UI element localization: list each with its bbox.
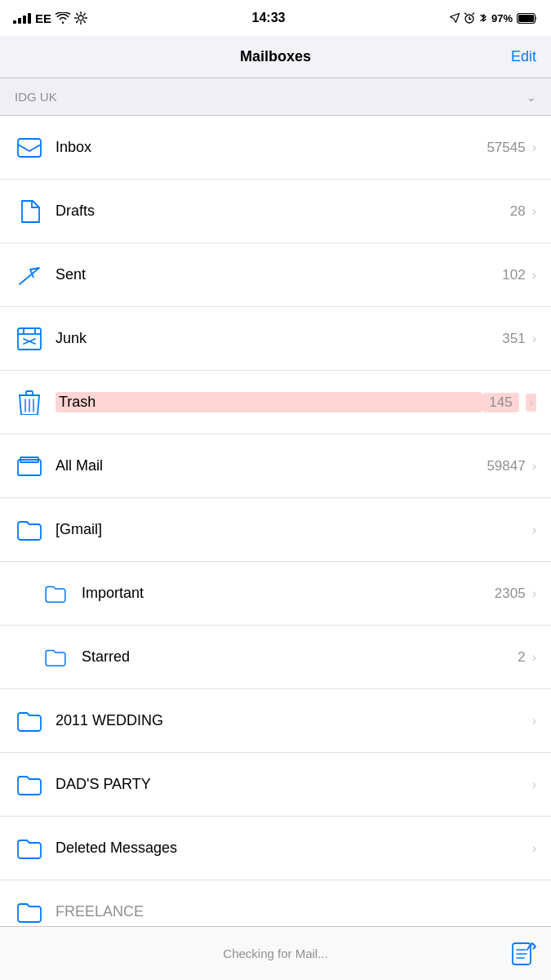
junk-icon bbox=[15, 324, 44, 354]
compose-button[interactable] bbox=[512, 942, 536, 965]
status-right: 97% bbox=[450, 12, 538, 24]
svg-line-6 bbox=[84, 21, 86, 23]
mailbox-label: Sent bbox=[56, 266, 502, 283]
mailbox-item-inbox[interactable]: Inbox 57545 › bbox=[0, 116, 551, 180]
drafts-icon bbox=[15, 197, 44, 226]
folder-icon bbox=[15, 898, 44, 927]
svg-point-0 bbox=[78, 16, 83, 20]
mailbox-item-allmail[interactable]: All Mail 59847 › bbox=[0, 434, 551, 498]
folder-icon bbox=[41, 643, 70, 672]
status-bar: EE 14:33 bbox=[0, 0, 551, 36]
mailbox-count: 351 bbox=[502, 331, 525, 347]
mailbox-list: Inbox 57545 › Drafts 28 › Sent 102 › bbox=[0, 116, 551, 944]
mailbox-count: 2305 bbox=[495, 586, 526, 602]
nav-title: Mailboxes bbox=[240, 48, 311, 65]
mailbox-label: Drafts bbox=[56, 203, 510, 220]
allmail-icon bbox=[15, 452, 44, 481]
mailbox-item-important[interactable]: Important 2305 › bbox=[0, 562, 551, 626]
svg-line-13 bbox=[473, 13, 474, 15]
folder-icon bbox=[15, 706, 44, 736]
mailbox-label: Starred bbox=[82, 648, 518, 666]
trash-icon bbox=[15, 388, 44, 417]
mailbox-item-junk[interactable]: Junk 351 › bbox=[0, 307, 551, 371]
mailbox-chevron-icon: › bbox=[526, 394, 536, 412]
bluetooth-icon bbox=[479, 12, 487, 24]
mailbox-chevron-icon: › bbox=[532, 523, 536, 537]
svg-line-17 bbox=[20, 268, 39, 284]
nav-bar: Mailboxes Edit bbox=[0, 36, 551, 78]
mailbox-chevron-icon: › bbox=[532, 841, 536, 856]
edit-button[interactable]: Edit bbox=[511, 48, 536, 65]
mailbox-count: 28 bbox=[510, 203, 526, 220]
mailbox-chevron-icon: › bbox=[532, 777, 536, 792]
mailbox-label: Important bbox=[82, 585, 495, 602]
folder-icon bbox=[15, 834, 44, 863]
svg-rect-15 bbox=[518, 15, 534, 22]
status-left: EE bbox=[13, 11, 87, 25]
svg-line-12 bbox=[464, 13, 466, 15]
account-name: IDG UK bbox=[15, 90, 57, 104]
mailbox-chevron-icon: › bbox=[532, 268, 536, 283]
mailbox-label: Inbox bbox=[56, 139, 487, 156]
mailbox-chevron-icon: › bbox=[532, 332, 536, 346]
signal-bars bbox=[13, 13, 31, 24]
mailbox-label: Deleted Messages bbox=[56, 840, 532, 857]
mailbox-chevron-icon: › bbox=[532, 714, 536, 728]
folder-icon bbox=[41, 579, 70, 608]
svg-line-5 bbox=[77, 14, 78, 16]
mailbox-item-trash[interactable]: Trash 145 › bbox=[0, 371, 551, 434]
mailbox-label: [Gmail] bbox=[56, 521, 532, 538]
checking-status: Checking for Mail... bbox=[223, 947, 327, 960]
svg-rect-18 bbox=[18, 328, 41, 350]
account-header[interactable]: IDG UK ⌄ bbox=[0, 78, 551, 116]
battery-percent: 97% bbox=[491, 12, 513, 24]
location-icon bbox=[450, 13, 460, 23]
battery-icon bbox=[517, 13, 538, 24]
sent-icon bbox=[15, 261, 44, 290]
mailbox-item-sent[interactable]: Sent 102 › bbox=[0, 243, 551, 307]
svg-line-8 bbox=[77, 21, 78, 23]
mailbox-label: All Mail bbox=[56, 457, 487, 474]
svg-line-7 bbox=[84, 14, 86, 16]
folder-icon bbox=[15, 515, 44, 545]
mailbox-chevron-icon: › bbox=[532, 204, 536, 219]
mailbox-item-starred[interactable]: Starred 2 › bbox=[0, 626, 551, 689]
folder-icon bbox=[15, 770, 44, 800]
mailbox-item-dadsparty[interactable]: DAD'S PARTY › bbox=[0, 753, 551, 817]
mailbox-chevron-icon: › bbox=[532, 586, 536, 601]
mailbox-count: 102 bbox=[502, 267, 525, 283]
mailbox-chevron-icon: › bbox=[532, 459, 536, 474]
svg-line-32 bbox=[527, 946, 530, 950]
account-chevron-icon: ⌄ bbox=[527, 91, 536, 104]
mailbox-item-wedding[interactable]: 2011 WEDDING › bbox=[0, 689, 551, 753]
mailbox-count: 57545 bbox=[487, 140, 525, 156]
mailbox-label: 2011 WEDDING bbox=[56, 712, 532, 729]
mailbox-count: 2 bbox=[518, 649, 525, 666]
mailbox-label: Trash bbox=[56, 392, 482, 412]
inbox-icon bbox=[15, 133, 44, 163]
alarm-icon bbox=[464, 12, 475, 24]
mailbox-item-deleted[interactable]: Deleted Messages › bbox=[0, 817, 551, 880]
mailbox-label: Junk bbox=[56, 330, 502, 347]
svg-rect-25 bbox=[26, 391, 33, 395]
mailbox-count: 145 bbox=[482, 393, 518, 412]
mailbox-chevron-icon: › bbox=[532, 140, 536, 155]
status-time: 14:33 bbox=[252, 11, 286, 25]
svg-rect-16 bbox=[18, 139, 41, 157]
mailbox-chevron-icon: › bbox=[532, 650, 536, 665]
bottom-bar: Checking for Mail... bbox=[0, 926, 551, 980]
carrier-label: EE bbox=[35, 11, 51, 25]
mailbox-item-gmail[interactable]: [Gmail] › bbox=[0, 498, 551, 562]
wifi-icon bbox=[56, 12, 70, 24]
brightness-icon bbox=[74, 11, 87, 24]
mailbox-item-drafts[interactable]: Drafts 28 › bbox=[0, 180, 551, 243]
mailbox-label: DAD'S PARTY bbox=[56, 776, 532, 793]
mailbox-label: FREELANCE bbox=[56, 903, 536, 920]
mailbox-count: 59847 bbox=[487, 458, 525, 474]
